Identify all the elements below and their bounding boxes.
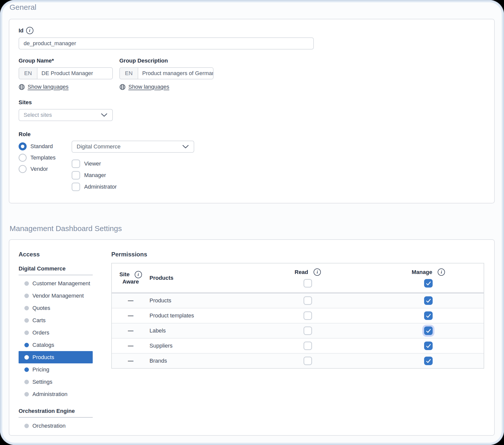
role-permission-checkbox[interactable] [72,183,80,191]
role-permission-label: Viewer [84,160,101,167]
sidebar-item[interactable]: Products [19,351,93,363]
section-title-general: General [10,3,36,12]
group-name-label: Group Name* [19,58,113,64]
permissions-table: Site i Aware Products Read i [111,263,484,369]
permission-table-row: — Labels [112,323,484,338]
bullet-dot-icon [24,343,29,347]
permission-table-row: — Product templates [112,308,484,323]
role-permission-group: Viewer Manager [72,159,194,191]
sites-label: Sites [19,99,484,106]
group-name-input: EN [19,67,113,79]
app-panel: General Id i Group Name* EN [0,0,504,445]
id-label-row: Id i [19,27,484,34]
radio-button[interactable] [19,142,27,150]
sidebar-item-label: Orders [32,329,49,336]
show-languages-label: Show languages [128,84,169,90]
show-languages-link[interactable]: Show languages [19,84,113,90]
manage-checkbox[interactable] [424,357,433,365]
role-permission-option[interactable]: Viewer [72,159,194,168]
read-checkbox[interactable] [304,342,312,350]
read-checkbox[interactable] [304,357,312,365]
read-checkbox[interactable] [304,296,312,305]
permission-table-row: — Brands [112,353,484,368]
language-prefix-badge: EN [19,68,37,79]
sidebar-item[interactable]: Pricing [19,363,93,376]
permission-row-label: Labels [149,327,166,334]
role-radio-option[interactable]: Vendor [19,163,72,175]
access-list: Orchestration [19,420,93,432]
manage-header: Manage i [373,263,484,293]
site-aware-header: Site i Aware [112,263,149,293]
group-name-value-input[interactable] [37,68,112,79]
group-description-input: EN [119,67,214,79]
radio-button[interactable] [19,165,27,173]
permission-table-row: — Suppliers [112,338,484,353]
info-icon[interactable]: i [438,268,445,276]
sidebar-item[interactable]: Vendor Management [19,290,93,302]
sites-select[interactable]: Select sites [19,109,113,121]
check-icon [426,281,431,286]
bullet-dot-icon [24,367,29,372]
access-group-digital-commerce: Digital Commerce Customer Management Ven… [19,265,93,400]
role-permission-option[interactable]: Manager [72,171,194,180]
show-languages-link[interactable]: Show languages [119,84,214,90]
info-icon[interactable]: i [314,268,321,276]
role-permission-checkbox[interactable] [72,159,80,168]
site-aware-header-line2: Aware [122,278,139,285]
role-label: Role [19,131,484,138]
general-card: Id i Group Name* EN Show languages [9,19,495,203]
read-checkbox[interactable] [304,311,312,320]
role-radio-option[interactable]: Standard [19,141,72,152]
sidebar-item[interactable]: Settings [19,376,93,388]
radio-button[interactable] [19,154,27,162]
group-description-value-input[interactable] [138,68,213,79]
role-permission-option[interactable]: Administrator [72,183,194,191]
role-permission-label: Manager [84,172,106,179]
sidebar-item[interactable]: Carts [19,314,93,326]
sidebar-item[interactable]: Catalogs [19,339,93,351]
access-list: Customer Management Vendor Management Qu… [19,277,93,400]
manage-checkbox[interactable] [424,326,433,335]
group-description-field: Group Description EN Show languages [119,58,214,90]
group-name-field: Group Name* EN Show languages [19,58,113,90]
bullet-dot-icon [24,392,29,397]
bullet-dot-icon [24,330,29,335]
sidebar-item-label: Carts [32,317,46,324]
permissions-table-body: — Products [112,293,484,368]
radio-label: Vendor [30,166,48,172]
bullet-dot-icon [24,380,29,384]
permissions-title: Permissions [111,251,484,258]
role-permission-checkbox[interactable] [72,171,80,180]
manage-checkbox[interactable] [424,296,433,305]
site-aware-dash: — [128,327,133,334]
permissions-table-header: Site i Aware Products Read i [112,263,484,293]
check-icon [426,344,431,348]
sidebar-item[interactable]: Orchestration [19,420,93,432]
manage-select-all-checkbox[interactable] [424,279,433,288]
read-select-all-checkbox[interactable] [304,279,312,288]
site-aware-dash: — [128,297,133,304]
sidebar-item[interactable]: Orders [19,326,93,339]
sidebar-item[interactable]: Administration [19,388,93,400]
bullet-dot-icon [24,306,29,310]
bullet-dot-icon [24,281,29,286]
role-application-select[interactable]: Digital Commerce [72,141,194,153]
bullet-dot-icon [24,355,29,360]
site-aware-dash: — [128,358,133,364]
id-label: Id [19,27,24,34]
manage-checkbox[interactable] [424,311,433,320]
role-radio-option[interactable]: Templates [19,152,72,163]
read-header: Read i [242,263,373,293]
sidebar-item-label: Catalogs [32,342,54,348]
sidebar-item-label: Pricing [32,366,49,373]
id-input[interactable] [19,37,314,49]
manage-checkbox[interactable] [424,342,433,350]
sidebar-item[interactable]: Customer Management [19,277,93,290]
language-prefix-badge: EN [120,68,138,79]
sidebar-item[interactable]: Quotes [19,302,93,314]
info-icon[interactable]: i [26,27,33,34]
globe-icon [19,84,25,90]
read-checkbox[interactable] [304,326,312,335]
info-icon[interactable]: i [135,271,142,278]
sidebar-item-label: Vendor Management [32,293,84,299]
